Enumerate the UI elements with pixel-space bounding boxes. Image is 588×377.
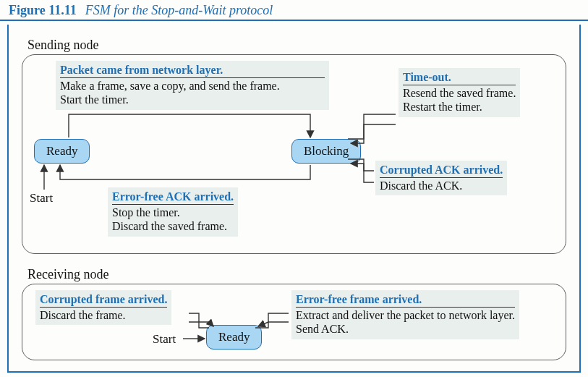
state-ready-recv: Ready (206, 325, 262, 350)
figure-caption: Figure 11.11 FSM for the Stop-and-Wait p… (0, 0, 588, 21)
state-label: Ready (218, 330, 250, 344)
state-label: Ready (46, 144, 77, 158)
state-ready: Ready (34, 139, 90, 164)
event-title: Error-free ACK arrived. (112, 190, 234, 205)
event-ack-ok: Error-free ACK arrived. Stop the timer. … (108, 187, 238, 237)
sending-panel: Packet came from network layer. Make a f… (22, 54, 566, 254)
figure-title: FSM for the Stop-and-Wait protocol (85, 3, 273, 18)
figure-number: Figure 11.11 (9, 3, 77, 18)
start-label: Start (30, 191, 53, 206)
event-line: Make a frame, save a copy, and send the … (60, 79, 325, 93)
event-line: Start the timer. (60, 93, 325, 106)
event-timeout: Time-out. Resend the saved frame. Restar… (399, 68, 520, 117)
diagram-frame: Sending node Packet came from network la… (7, 25, 581, 373)
event-title: Corrupted ACK arrived. (380, 163, 503, 178)
event-packet-arrived: Packet came from network layer. Make a f… (56, 61, 329, 110)
event-line: Extract and deliver the packet to networ… (296, 308, 515, 322)
state-blocking: Blocking (291, 139, 361, 164)
event-ack-bad: Corrupted ACK arrived. Discard the ACK. (375, 161, 507, 195)
event-title: Error-free frame arrived. (296, 292, 515, 308)
event-title: Corrupted frame arrived. (40, 292, 167, 308)
start-label-recv: Start (153, 332, 176, 347)
event-line: Restart the timer. (403, 100, 516, 114)
state-label: Blocking (304, 144, 349, 158)
receiving-node-label: Receiving node (27, 267, 566, 282)
event-frame-ok: Error-free frame arrived. Extract and de… (291, 290, 519, 339)
event-line: Stop the timer. (112, 206, 234, 219)
event-line: Discard the ACK. (380, 179, 503, 192)
event-frame-bad: Corrupted frame arrived. Discard the fra… (35, 290, 171, 325)
event-title: Packet came from network layer. (60, 63, 325, 78)
receiving-panel: Corrupted frame arrived. Discard the fra… (22, 284, 566, 360)
event-line: Discard the saved frame. (112, 219, 234, 233)
event-line: Send ACK. (296, 322, 515, 336)
event-line: Resend the saved frame. (403, 86, 516, 100)
event-title: Time-out. (403, 70, 516, 85)
sending-node-label: Sending node (27, 38, 566, 53)
event-line: Discard the frame. (40, 308, 167, 322)
